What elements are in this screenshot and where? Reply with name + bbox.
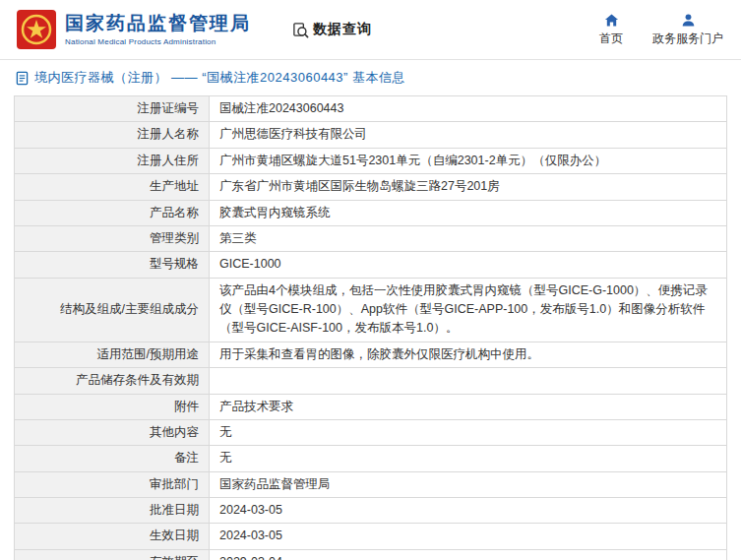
row-value: 2024-03-05 <box>210 498 727 524</box>
row-label: 有效期至 <box>15 549 210 560</box>
registration-info-table: 注册证编号国械注准20243060443 注册人名称广州思德医疗科技有限公司 注… <box>14 95 727 560</box>
org-name-cn: 国家药品监督管理局 <box>65 13 251 35</box>
header-nav: 首页 政务服务门户 <box>599 13 723 47</box>
table-row: 注册证编号国械注准20243060443 <box>15 96 727 122</box>
row-label: 生效日期 <box>15 524 210 549</box>
table-row: 备注无 <box>15 446 727 471</box>
table-row: 生效日期2024-03-05 <box>15 524 727 549</box>
row-value: 广州思德医疗科技有限公司 <box>210 122 727 148</box>
row-label: 备注 <box>15 446 210 471</box>
row-label: 附件 <box>15 394 210 419</box>
document-icon <box>16 71 29 86</box>
row-label: 其他内容 <box>15 419 210 445</box>
table-row: 注册人住所广州市黄埔区螺旋大道51号2301单元（自编2301-2单元）（仅限办… <box>15 148 727 173</box>
table-row: 适用范围/预期用途用于采集和查看胃的图像，除胶囊外仅限医疗机构中使用。 <box>15 342 727 367</box>
row-value: 胶囊式胃内窥镜系统 <box>210 200 727 225</box>
row-label: 产品名称 <box>15 200 210 225</box>
row-label: 注册人住所 <box>15 148 210 173</box>
table-row: 型号规格GICE-1000 <box>15 252 727 278</box>
row-label: 注册人名称 <box>15 122 210 148</box>
table-row: 有效期至2029-03-04 <box>15 549 727 560</box>
row-label: 批准日期 <box>15 498 210 524</box>
row-label: 生产地址 <box>15 174 210 200</box>
table-row: 管理类别第三类 <box>15 225 727 251</box>
row-label: 审批部门 <box>15 471 210 497</box>
row-value: 该产品由4个模块组成，包括一次性使用胶囊式胃内窥镜（型号GICE-G-1000）… <box>210 278 727 342</box>
nav-home-label: 首页 <box>599 31 623 47</box>
row-label: 适用范围/预期用途 <box>15 342 210 367</box>
row-value: 无 <box>210 419 727 445</box>
table-row: 结构及组成/主要组成成分该产品由4个模块组成，包括一次性使用胶囊式胃内窥镜（型号… <box>15 278 727 342</box>
row-value <box>210 368 727 394</box>
user-icon <box>681 13 696 28</box>
table-row: 产品名称胶囊式胃内窥镜系统 <box>15 200 727 225</box>
row-value: 无 <box>210 446 727 471</box>
row-value: 2024-03-05 <box>210 524 727 549</box>
nav-home[interactable]: 首页 <box>599 13 623 47</box>
national-emblem-icon <box>16 9 57 50</box>
nav-data-query[interactable]: 数据查询 <box>292 21 372 38</box>
row-value: 国械注准20243060443 <box>210 96 727 122</box>
row-value: 产品技术要求 <box>210 394 727 419</box>
row-label: 产品储存条件及有效期 <box>15 368 210 394</box>
row-value: 第三类 <box>210 225 727 251</box>
row-value: 广东省广州市黄埔区国际生物岛螺旋三路27号201房 <box>210 174 727 200</box>
breadcrumb: 境内医疗器械（注册） —— “国械注准20243060443” 基本信息 <box>0 60 741 93</box>
row-label: 管理类别 <box>15 225 210 251</box>
nav-data-query-label: 数据查询 <box>313 21 372 38</box>
table-row: 注册人名称广州思德医疗科技有限公司 <box>15 122 727 148</box>
row-value: 2029-03-04 <box>210 549 727 560</box>
row-value: 国家药品监督管理局 <box>210 471 727 497</box>
row-value: 用于采集和查看胃的图像，除胶囊外仅限医疗机构中使用。 <box>210 342 727 367</box>
brand-home-link[interactable]: 国家药品监督管理局 National Medical Products Admi… <box>16 9 251 50</box>
org-name-en: National Medical Products Administration <box>65 37 251 46</box>
table-row: 批准日期2024-03-05 <box>15 498 727 524</box>
table-row: 审批部门国家药品监督管理局 <box>15 471 727 497</box>
row-label: 注册证编号 <box>15 96 210 122</box>
row-label: 结构及组成/主要组成成分 <box>15 278 210 342</box>
row-value: GICE-1000 <box>210 252 727 278</box>
row-value: 广州市黄埔区螺旋大道51号2301单元（自编2301-2单元）（仅限办公） <box>210 148 727 173</box>
search-icon <box>292 22 309 38</box>
site-header: 国家药品监督管理局 National Medical Products Admi… <box>0 0 741 59</box>
table-row: 附件产品技术要求 <box>15 394 727 419</box>
brand-text: 国家药品监督管理局 National Medical Products Admi… <box>65 13 251 46</box>
breadcrumb-title: 境内医疗器械（注册） —— “国械注准20243060443” 基本信息 <box>34 69 405 87</box>
row-label: 型号规格 <box>15 252 210 278</box>
home-icon <box>604 13 619 28</box>
nav-portal[interactable]: 政务服务门户 <box>652 13 723 47</box>
table-row: 其他内容无 <box>15 419 727 445</box>
nav-portal-label: 政务服务门户 <box>652 31 723 47</box>
table-row: 生产地址广东省广州市黄埔区国际生物岛螺旋三路27号201房 <box>15 174 727 200</box>
table-row: 产品储存条件及有效期 <box>15 368 727 394</box>
